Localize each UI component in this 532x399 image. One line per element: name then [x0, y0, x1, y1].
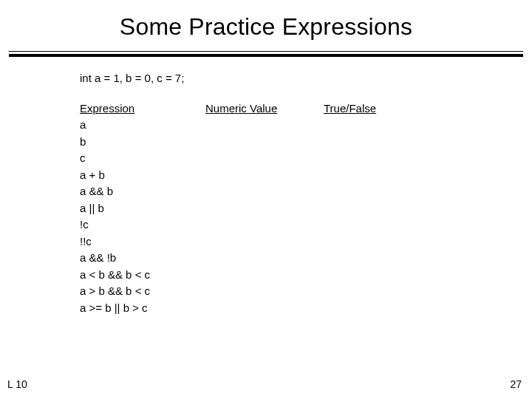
expression-column: Expression a b c a + b a && b a || b !c …: [80, 100, 205, 317]
expression-row: a + b: [80, 167, 205, 184]
truefalse-column: True/False: [324, 100, 376, 317]
truefalse-header: True/False: [324, 100, 376, 117]
expression-row: a < b && b < c: [80, 267, 205, 284]
footer-left: L 10: [7, 378, 27, 390]
expression-row: !!c: [80, 233, 205, 250]
title-rule: [9, 51, 523, 57]
slide-number: 27: [510, 378, 522, 390]
slide-title: Some Practice Expressions: [0, 0, 532, 51]
slide: Some Practice Expressions int a = 1, b =…: [0, 0, 532, 399]
expression-row: !c: [80, 216, 205, 233]
expression-row: a: [80, 117, 205, 134]
variable-declaration: int a = 1, b = 0, c = 7;: [80, 70, 532, 87]
expression-row: a || b: [80, 200, 205, 217]
expression-row: a >= b || b > c: [80, 300, 205, 317]
slide-body: int a = 1, b = 0, c = 7; Expression a b …: [0, 57, 532, 316]
numeric-header: Numeric Value: [205, 100, 324, 117]
expression-row: a && b: [80, 183, 205, 200]
numeric-column: Numeric Value: [205, 100, 324, 317]
expression-row: a && !b: [80, 250, 205, 267]
expression-row: b: [80, 134, 205, 151]
expression-row: a > b && b < c: [80, 283, 205, 300]
expression-row: c: [80, 150, 205, 167]
expression-header: Expression: [80, 100, 205, 117]
expression-table: Expression a b c a + b a && b a || b !c …: [80, 100, 532, 317]
